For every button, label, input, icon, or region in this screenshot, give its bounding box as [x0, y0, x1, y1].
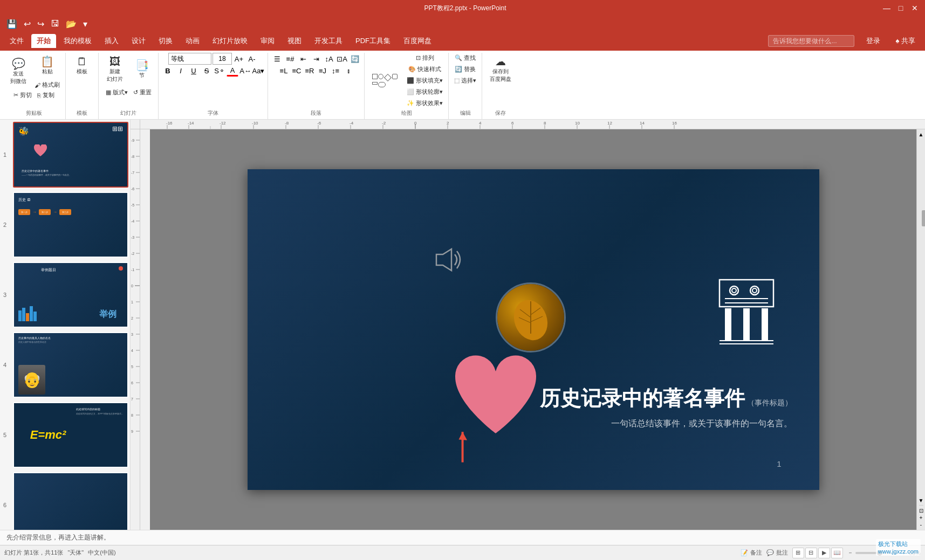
- indent-dec-btn[interactable]: ⇤: [297, 53, 309, 65]
- fit-page-btn[interactable]: ⊡: [919, 508, 923, 514]
- bullets-btn[interactable]: ☰: [271, 53, 283, 65]
- menu-transition[interactable]: 切换: [153, 34, 178, 48]
- slide-thumb-5[interactable]: E=mc² 此处填写内容的标题此处填写内容的正文，本PPT模板包含多种版式...: [13, 402, 128, 468]
- quick-style-btn[interactable]: 🎨快速样式: [405, 64, 445, 74]
- cut-btn[interactable]: ✂剪切: [11, 90, 34, 100]
- notes-toggle-btn[interactable]: 📝 备注: [741, 549, 762, 557]
- slide-thumb-4[interactable]: 历史事件的最具人物的名名历史人物中有各自的世界名言 👴: [13, 332, 128, 398]
- align-center-btn[interactable]: ≡C: [291, 65, 303, 77]
- increase-font-btn[interactable]: A+: [233, 53, 245, 65]
- redo-qa-btn[interactable]: ↪: [35, 18, 46, 30]
- scroll-down-btn[interactable]: ▼: [917, 495, 925, 505]
- align-text-btn[interactable]: ⊡A: [336, 53, 348, 65]
- underline-btn[interactable]: U: [188, 65, 200, 77]
- align-left-btn[interactable]: ≡L: [278, 65, 290, 77]
- find-btn[interactable]: 🔍查找: [453, 53, 478, 63]
- indent-inc-btn[interactable]: ⇥: [310, 53, 322, 65]
- copy-btn[interactable]: ⎘复制: [35, 90, 57, 100]
- open-qa-btn[interactable]: 📂: [64, 18, 79, 30]
- select-btn[interactable]: ⬚选择▾: [452, 75, 478, 86]
- leaf-image[interactable]: [496, 282, 566, 352]
- smartart-btn[interactable]: 🔄: [349, 53, 361, 65]
- justify-btn[interactable]: ≡J: [317, 65, 328, 77]
- shadow-btn[interactable]: S⚬: [214, 65, 225, 77]
- reading-view-btn[interactable]: 📖: [831, 548, 843, 558]
- notes-bar[interactable]: 先介绍背景信息，再进入主题讲解。: [0, 530, 925, 545]
- slide-thumb-6[interactable]: [13, 472, 128, 530]
- menu-baidu[interactable]: 百度网盘: [398, 34, 437, 48]
- outline-view-btn[interactable]: ⊟: [805, 548, 817, 558]
- save-qa-btn[interactable]: 💾: [4, 18, 19, 30]
- slide-viewport[interactable]: 历史记录中的著名事件（事件标题） 一句话总结该事件，或关于该事件的一句名言。 1: [150, 129, 916, 530]
- shapes-btn[interactable]: [368, 71, 403, 91]
- align-right-btn[interactable]: ≡R: [304, 65, 316, 77]
- zoom-in-btn[interactable]: +: [919, 515, 923, 521]
- font-size-case-btn[interactable]: Aa▾: [252, 65, 264, 77]
- new-slide-btn[interactable]: 🖼 新建幻灯片: [102, 53, 128, 86]
- slide-canvas[interactable]: 历史记录中的著名事件（事件标题） 一句话总结该事件，或关于该事件的一句名言。 1: [248, 169, 819, 490]
- heart-shape[interactable]: [447, 352, 544, 441]
- menu-search-input[interactable]: [768, 35, 854, 47]
- italic-btn[interactable]: I: [175, 65, 187, 77]
- menu-design[interactable]: 设计: [126, 34, 151, 48]
- close-btn[interactable]: ✕: [910, 3, 920, 13]
- menu-insert[interactable]: 插入: [99, 34, 124, 48]
- font-color-btn[interactable]: A: [227, 65, 238, 77]
- comments-toggle-btn[interactable]: 💬 批注: [766, 549, 788, 557]
- menu-devtools[interactable]: 开发工具: [309, 34, 348, 48]
- paste-btn[interactable]: 📋 粘贴: [32, 53, 62, 79]
- format-painter-btn[interactable]: 🖌 格式刷: [32, 80, 62, 90]
- slide-thumb-1[interactable]: 🐝 ⊞⊞ 历史记录中的著名事件——一句话总结该事件，或关于该事件的一句名言。: [13, 122, 128, 188]
- slide-main-title[interactable]: 历史记录中的著名事件（事件标题）: [540, 385, 792, 412]
- undo-qa-btn[interactable]: ↩: [22, 18, 33, 30]
- menu-slideshow[interactable]: 幻灯片放映: [207, 34, 253, 48]
- menu-animation[interactable]: 动画: [180, 34, 205, 48]
- replace-label: 替换: [464, 65, 476, 73]
- template-btn[interactable]: 🗒 模板: [69, 53, 95, 79]
- speaker-icon[interactable]: [431, 245, 463, 279]
- line-spacing-btn[interactable]: ↕≡: [330, 65, 341, 77]
- right-scrollbar[interactable]: ▲ ▼ ⊡ + -: [916, 129, 925, 530]
- shape-effect-btn[interactable]: ✨形状效果▾: [405, 98, 445, 108]
- login-btn[interactable]: 登录: [861, 34, 886, 48]
- decrease-font-btn[interactable]: A-: [246, 53, 258, 65]
- menu-mytemplate[interactable]: 我的模板: [58, 34, 97, 48]
- bold-btn[interactable]: B: [162, 65, 174, 77]
- maximize-btn[interactable]: □: [896, 3, 906, 13]
- replace-btn[interactable]: 🔄替换: [453, 64, 478, 74]
- slide-thumb-3[interactable]: 举例题目 举例: [13, 262, 128, 328]
- scroll-thumb[interactable]: [922, 210, 926, 226]
- slide-body-text[interactable]: 一句话总结该事件，或关于该事件的一句名言。: [611, 418, 792, 430]
- menu-review[interactable]: 审阅: [255, 34, 280, 48]
- layout-btn[interactable]: ▦版式▾: [104, 87, 130, 98]
- section-btn[interactable]: 📑 节: [129, 57, 155, 82]
- scroll-up-btn[interactable]: ▲: [917, 129, 925, 139]
- minimize-btn[interactable]: —: [882, 3, 892, 13]
- zoom-out-btn[interactable]: -: [919, 522, 923, 528]
- menu-view[interactable]: 视图: [282, 34, 307, 48]
- slideshow-view-btn[interactable]: ▶: [818, 548, 830, 558]
- arrange-btn[interactable]: ⊡排列: [405, 53, 445, 63]
- reset-btn[interactable]: ↺重置: [131, 87, 154, 98]
- strikethrough-btn[interactable]: S: [201, 65, 213, 77]
- menu-home[interactable]: 开始: [31, 34, 56, 48]
- share-btn[interactable]: ♠ 共享: [890, 34, 921, 48]
- save-baidu-btn[interactable]: ☁ 保存到百度网盘: [485, 53, 516, 86]
- shape-fill-btn[interactable]: ⬛形状填充▾: [405, 75, 445, 86]
- col-btn[interactable]: ⫾: [342, 65, 354, 77]
- font-size-input[interactable]: [213, 53, 232, 65]
- char-spacing-btn[interactable]: A↔: [239, 65, 251, 77]
- shape-outline-btn[interactable]: ⬜形状轮廓▾: [405, 87, 445, 97]
- menu-file[interactable]: 文件: [4, 34, 29, 48]
- normal-view-btn[interactable]: ⊞: [792, 548, 804, 558]
- zoom-out-status-btn[interactable]: －: [847, 549, 853, 557]
- menu-pdf[interactable]: PDF工具集: [350, 34, 396, 48]
- print-qa-btn[interactable]: 🖫: [49, 18, 61, 30]
- slide-thumb-2[interactable]: 历史 🗓 第一步 → 第二步 → 第三步: [13, 192, 128, 258]
- numbering-btn[interactable]: ≡#: [284, 53, 296, 65]
- greek-column-icon[interactable]: [717, 277, 776, 349]
- customize-qa-btn[interactable]: ▾: [81, 18, 90, 30]
- font-name-input[interactable]: [168, 53, 211, 65]
- text-direction-btn[interactable]: ↕A: [323, 53, 335, 65]
- send-wechat-btn[interactable]: 💬 发送到微信: [5, 55, 31, 88]
